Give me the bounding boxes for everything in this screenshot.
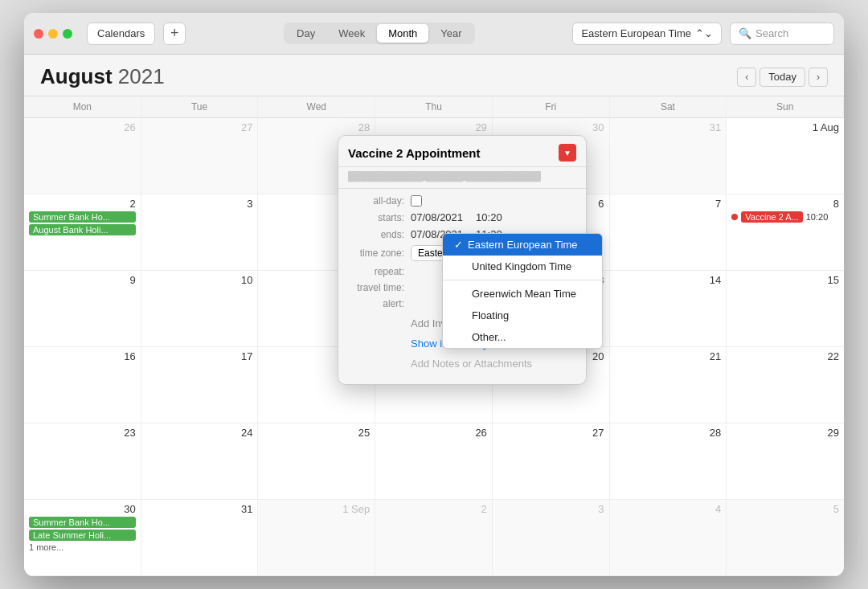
tz-option-ukt[interactable]: United Kingdom Time	[443, 256, 602, 277]
table-row[interactable]: 1 Sep	[258, 500, 375, 576]
table-row[interactable]: 24	[141, 423, 259, 500]
table-row[interactable]: 30 Summer Bank Ho... Late Summer Holi...…	[24, 500, 141, 576]
view-switcher: Day Week Month Year	[284, 22, 475, 44]
day-header-sun: Sun	[727, 96, 844, 118]
table-row[interactable]: 2	[375, 500, 493, 576]
traffic-lights	[34, 29, 72, 39]
table-row[interactable]: 16	[24, 347, 141, 423]
table-row[interactable]: 28	[610, 423, 727, 500]
table-row[interactable]: 23	[24, 423, 141, 500]
red-dot-icon	[731, 214, 738, 220]
minimize-button[interactable]	[48, 29, 58, 39]
calendar-area: August 2021 ‹ Today › Mon Tue Wed Thu Fr…	[24, 55, 844, 576]
more-events-link[interactable]: 1 more...	[29, 542, 136, 552]
chevron-up-down-icon: ⌃⌄	[695, 27, 713, 39]
table-row[interactable]: 1 Aug	[727, 118, 844, 194]
next-month-button[interactable]: ›	[809, 67, 828, 87]
table-row[interactable]: 5	[727, 500, 844, 576]
travel-label: travel time:	[348, 282, 404, 293]
vaccine-event[interactable]: Vaccine 2 A... 10:20	[731, 211, 839, 223]
tz-option-gmt[interactable]: Greenwich Mean Time	[443, 283, 602, 305]
table-row[interactable]: 10	[141, 271, 259, 347]
color-picker-button[interactable]: ▼	[559, 144, 576, 162]
calendar-title: August 2021	[40, 64, 165, 89]
table-row[interactable]: 26	[24, 118, 141, 194]
chevron-down-icon: ▼	[563, 149, 571, 157]
day-header-fri: Fri	[493, 96, 610, 118]
popup-header: Vaccine 2 Appointment ▼	[338, 136, 586, 167]
day-header-tue: Tue	[141, 96, 259, 118]
repeat-label: repeat:	[348, 266, 404, 277]
tz-option-eet[interactable]: ✓ Eastern European Time	[443, 234, 602, 256]
table-row[interactable]: 15	[727, 271, 844, 347]
day-header-mon: Mon	[24, 96, 141, 118]
list-item[interactable]: Vaccine 2 A...	[741, 211, 802, 223]
table-row[interactable]: 14	[610, 271, 727, 347]
all-day-row: all-day:	[348, 195, 576, 207]
popup-subtitle: ████████████ ██████ ████████████	[338, 167, 586, 189]
list-item[interactable]: August Bank Holi...	[29, 224, 136, 235]
table-row[interactable]: 4	[610, 500, 727, 576]
starts-date[interactable]: 07/08/2021	[411, 211, 463, 223]
table-row[interactable]: 17	[141, 347, 259, 423]
ends-label: ends:	[348, 229, 404, 240]
tz-separator	[443, 280, 602, 280]
view-month-button[interactable]: Month	[377, 24, 428, 43]
titlebar: Calendars + Day Week Month Year Eastern …	[24, 13, 844, 55]
add-notes-field[interactable]: Add Notes or Attachments	[411, 354, 532, 373]
add-calendar-button[interactable]: +	[163, 22, 186, 45]
today-button[interactable]: Today	[760, 67, 805, 87]
calendar-header: August 2021 ‹ Today ›	[24, 55, 844, 96]
starts-label: starts:	[348, 212, 404, 223]
day-header-sat: Sat	[610, 96, 727, 118]
view-year-button[interactable]: Year	[429, 24, 473, 43]
list-item[interactable]: Late Summer Holi...	[29, 530, 136, 541]
all-day-label: all-day:	[348, 195, 404, 207]
table-row[interactable]: 9	[24, 271, 141, 347]
search-bar[interactable]: 🔍 Search	[730, 22, 834, 45]
calendars-button[interactable]: Calendars	[87, 22, 155, 45]
table-row[interactable]: 27	[493, 423, 610, 500]
table-row[interactable]: 22	[727, 347, 844, 423]
checkmark-icon: ✓	[454, 239, 463, 251]
navigation-buttons: ‹ Today ›	[737, 67, 828, 87]
day-header-wed: Wed	[258, 96, 375, 118]
table-row[interactable]: 31	[141, 500, 259, 576]
prev-month-button[interactable]: ‹	[737, 67, 756, 87]
table-row[interactable]: 2 Summer Bank Ho... August Bank Holi...	[24, 194, 141, 271]
day-header-thu: Thu	[375, 96, 493, 118]
popup-title: Vaccine 2 Appointment	[348, 146, 552, 160]
table-row[interactable]: 3	[493, 500, 610, 576]
alert-label: alert:	[348, 298, 404, 309]
table-row[interactable]: 3	[141, 194, 259, 271]
add-notes-row: Add Notes or Attachments	[348, 354, 576, 373]
list-item[interactable]: Summer Bank Ho...	[29, 517, 136, 528]
table-row[interactable]: 21	[610, 347, 727, 423]
table-row[interactable]: 31	[610, 118, 727, 194]
table-row[interactable]: 26	[375, 423, 493, 500]
table-row[interactable]: 25	[258, 423, 375, 500]
timezone-selector[interactable]: Eastern European Time ⌃⌄	[572, 22, 722, 45]
view-day-button[interactable]: Day	[285, 24, 326, 43]
all-day-checkbox[interactable]	[411, 195, 422, 207]
maximize-button[interactable]	[63, 29, 72, 39]
timezone-dropdown: ✓ Eastern European Time United Kingdom T…	[442, 233, 603, 349]
starts-time[interactable]: 10:20	[476, 211, 502, 223]
view-week-button[interactable]: Week	[327, 24, 376, 43]
search-icon: 🔍	[739, 27, 751, 39]
starts-row: starts: 07/08/2021 10:20	[348, 211, 576, 223]
tz-option-other[interactable]: Other...	[443, 326, 602, 348]
table-row[interactable]: 27	[141, 118, 259, 194]
tz-option-floating[interactable]: Floating	[443, 305, 602, 326]
calendar-window: Calendars + Day Week Month Year Eastern …	[24, 13, 844, 576]
timezone-label: time zone:	[348, 247, 404, 259]
event-time: 10:20	[806, 212, 829, 222]
table-row[interactable]: 7	[610, 194, 727, 271]
table-row[interactable]: 8 Vaccine 2 A... 10:20	[727, 194, 844, 271]
list-item[interactable]: Summer Bank Ho...	[29, 211, 136, 223]
close-button[interactable]	[34, 29, 43, 39]
table-row[interactable]: 29	[727, 423, 844, 500]
